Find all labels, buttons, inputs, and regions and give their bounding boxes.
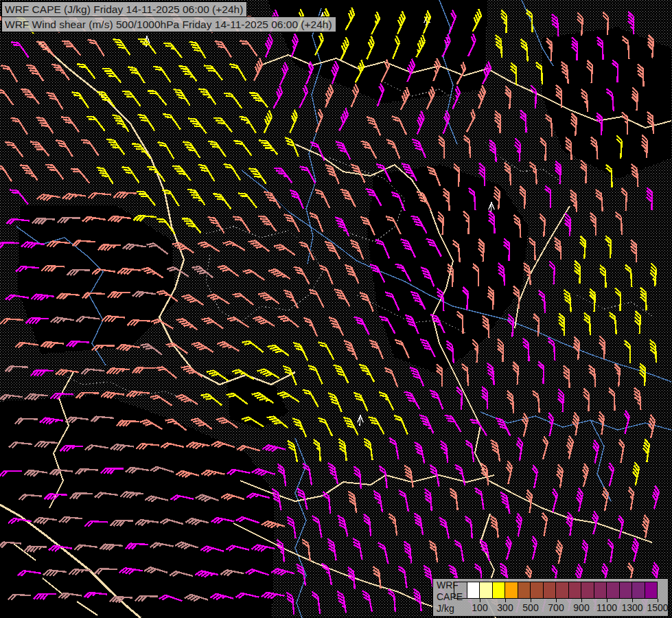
legend-cell (645, 582, 658, 599)
legend-cell (568, 582, 582, 599)
legend-cell (555, 582, 569, 599)
cape-legend: WRF CAPE J/kg 10030050070090011001300150… (432, 578, 669, 617)
map-title-windshear: WRF Wind shear (m/s) 500/1000hPa Friday … (1, 16, 336, 32)
legend-cell (594, 582, 607, 599)
wrf-weather-map: WRF CAPE (J/kg) Friday 14-11-2025 06:00 … (0, 0, 672, 618)
map-title-cape: WRF CAPE (J/kg) Friday 14-11-2025 06:00 … (1, 1, 247, 17)
legend-tick-label: 900 (568, 602, 595, 613)
map-header: WRF CAPE (J/kg) Friday 14-11-2025 06:00 … (1, 1, 336, 32)
legend-cell (581, 582, 594, 599)
legend-tick-label: 1300 (618, 602, 646, 613)
legend-cell (543, 582, 557, 599)
legend-tick-label: 1500 (644, 602, 671, 613)
legend-tick-label: 100 (466, 602, 494, 613)
legend-tick-label: 700 (542, 602, 570, 613)
legend-cell (518, 582, 531, 599)
legend-title-line: J/kg (437, 603, 463, 615)
legend-tick-label: 300 (491, 602, 519, 613)
legend-tick-label: 500 (517, 602, 544, 613)
legend-cell (505, 582, 518, 599)
legend-cell (454, 582, 467, 599)
legend-cell (632, 582, 645, 599)
legend-cell (467, 582, 480, 599)
legend-colorbar (454, 582, 658, 599)
legend-cell (492, 582, 506, 599)
legend-cell (479, 582, 493, 599)
legend-tick-label: 1100 (593, 602, 621, 613)
map-canvas (0, 0, 672, 618)
legend-cell (530, 582, 544, 599)
legend-cell (619, 582, 633, 599)
legend-cell (606, 582, 620, 599)
